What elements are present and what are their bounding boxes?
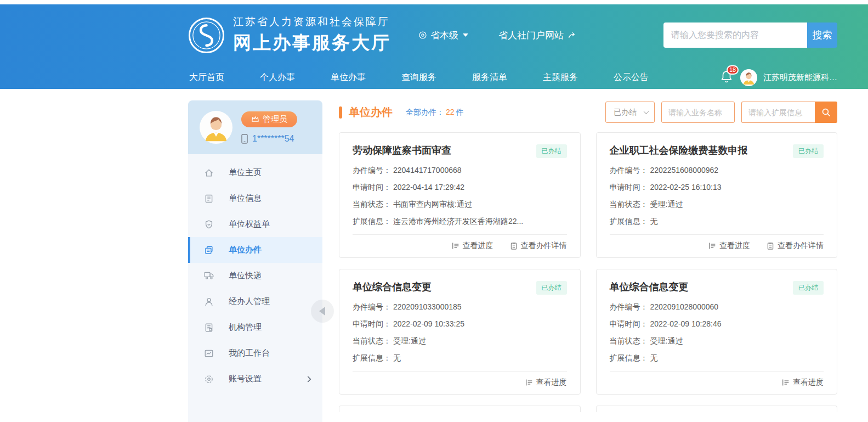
case-field: 办件编号：2202251608000962 [610,166,824,175]
field-label: 申请时间： [353,319,391,328]
progress-icon [708,242,716,250]
sidebar-item-0[interactable]: 单位主页 [188,160,322,185]
detail-icon [510,242,518,250]
case-card-partial [339,406,581,412]
field-value: 受理:通过 [393,336,426,345]
field-value: 无 [650,353,658,362]
collapse-left-icon [315,307,325,316]
view-progress-link[interactable]: 查看进度 [452,241,493,251]
field-label: 当前状态： [353,336,391,345]
sidebar-item-7[interactable]: 我的工作台 [188,340,322,366]
sidebar-item-label: 单位主页 [229,167,262,178]
field-value: 2022-02-09 10:28:46 [650,319,722,328]
sidebar-item-6[interactable]: 机构管理 [188,314,322,340]
role-label: 管理员 [263,114,287,125]
filter-search-button[interactable] [815,102,837,123]
action-label: 查看进度 [793,378,824,387]
case-title: 劳动保障监察书面审查 [353,144,451,156]
card-actions: 查看进度查看办件详情 [353,234,567,251]
search-input[interactable] [663,22,807,48]
field-label: 扩展信息： [353,353,391,362]
sidebar-item-label: 机构管理 [229,322,262,333]
sidebar-item-4[interactable]: 单位快递 [188,263,322,289]
field-value: 2022-04-14 17:29:42 [393,183,464,192]
sidebar-menu: 单位主页单位信息单位权益单单位办件单位快递经办人管理机构管理我的工作台账号设置 [188,154,322,392]
case-field: 办件编号：2202091033000185 [353,302,567,312]
progress-icon [782,379,790,386]
shield-check-icon [204,220,214,229]
field-label: 扩展信息： [610,217,648,226]
action-label: 查看进度 [719,241,750,251]
field-value: 2202251608000962 [650,166,719,175]
case-title: 企业职工社会保险缴费基数申报 [610,144,748,156]
field-label: 扩展信息： [610,353,648,362]
brand: 江苏省人力资源和社会保障厅 网上办事服务大厅 [188,15,391,55]
nav-item-5[interactable]: 主题服务 [543,72,578,83]
view-progress-link[interactable]: 查看进度 [708,241,750,251]
field-label: 办件编号： [353,166,391,175]
extended-info-input[interactable] [741,102,815,123]
view-progress-link[interactable]: 查看进度 [525,378,567,387]
notification-bell-icon[interactable]: 18 [720,70,734,85]
region-selector[interactable]: 省本级 [418,29,468,42]
search-icon [821,108,831,117]
card-actions: 查看进度查看办件详情 [610,234,824,251]
field-value: 无 [393,353,401,362]
home-icon [204,168,214,178]
field-label: 当前状态： [610,200,648,209]
sidebar-item-8[interactable]: 账号设置 [188,366,322,392]
field-value: 2202091033000185 [393,302,462,311]
field-label: 扩展信息： [353,217,391,226]
nav-item-4[interactable]: 服务清单 [472,72,507,83]
masked-phone: 1********54 [252,134,294,144]
region-label: 省本级 [430,29,458,42]
copy-docs-icon [204,245,214,255]
sidebar: 管理员 1********54 单位主页单位信息单位权益单单位办件单位快递经办人… [188,100,322,422]
search-button[interactable]: 搜索 [807,22,837,48]
location-ring-icon [418,31,427,40]
portal-label: 省人社门户网站 [498,29,564,42]
case-field: 当前状态：受理:通过 [610,336,824,346]
main-content: 单位办件 全部办件：22件 已办结 [322,89,868,422]
portal-link[interactable]: 省人社门户网站 [498,29,576,42]
role-badge: 管理员 [241,111,297,127]
case-field: 扩展信息：无 [610,217,824,226]
case-field: 办件编号：2204141717000668 [353,166,567,175]
sidebar-item-3[interactable]: 单位办件 [188,237,322,263]
nav-item-6[interactable]: 公示公告 [614,72,649,83]
sidebar-item-label: 我的工作台 [229,348,270,358]
avatar[interactable] [740,69,757,86]
nav-item-2[interactable]: 单位办事 [331,72,366,83]
view-detail-link[interactable]: 查看办件详情 [510,241,567,251]
case-field: 申请时间：2022-02-09 10:33:25 [353,319,567,329]
progress-icon [525,379,533,386]
status-filter-value: 已办结 [614,108,637,117]
status-filter-select[interactable]: 已办结 [605,102,655,123]
field-value: 2022-02-25 16:10:13 [650,183,722,192]
nav-item-3[interactable]: 查询服务 [401,72,436,83]
sidebar-item-5[interactable]: 经办人管理 [188,289,322,314]
profile-card: 管理员 1********54 [188,100,322,154]
sidebar-item-label: 单位办件 [229,245,262,255]
view-detail-link[interactable]: 查看办件详情 [767,241,824,251]
nav-item-1[interactable]: 个人办事 [260,72,295,83]
field-label: 当前状态： [610,336,648,345]
sidebar-collapse-button[interactable] [311,300,334,323]
view-progress-link[interactable]: 查看进度 [782,378,824,387]
case-field: 扩展信息：连云港市海州经济开发区香海湖路22... [353,217,567,226]
service-name-input[interactable] [661,102,735,123]
org-doc-icon [204,323,214,333]
nav-item-0[interactable]: 大厅首页 [189,72,224,83]
sidebar-item-1[interactable]: 单位信息 [188,185,322,211]
sidebar-item-2[interactable]: 单位权益单 [188,211,322,237]
notification-badge: 18 [727,65,739,75]
case-field: 申请时间：2022-04-14 17:29:42 [353,183,567,192]
status-badge: 已办结 [793,281,824,295]
sidebar-item-label: 单位快递 [229,271,262,281]
doc-lines-icon [204,194,214,204]
case-card-partial [596,406,838,412]
action-label: 查看进度 [463,241,493,251]
account-name[interactable]: 江苏明茂新能源科… [763,72,837,83]
case-card-grid: 劳动保障监察书面审查已办结办件编号：2204141717000668申请时间：2… [339,132,837,412]
case-card: 企业职工社会保险缴费基数申报已办结办件编号：2202251608000962申请… [596,132,838,258]
